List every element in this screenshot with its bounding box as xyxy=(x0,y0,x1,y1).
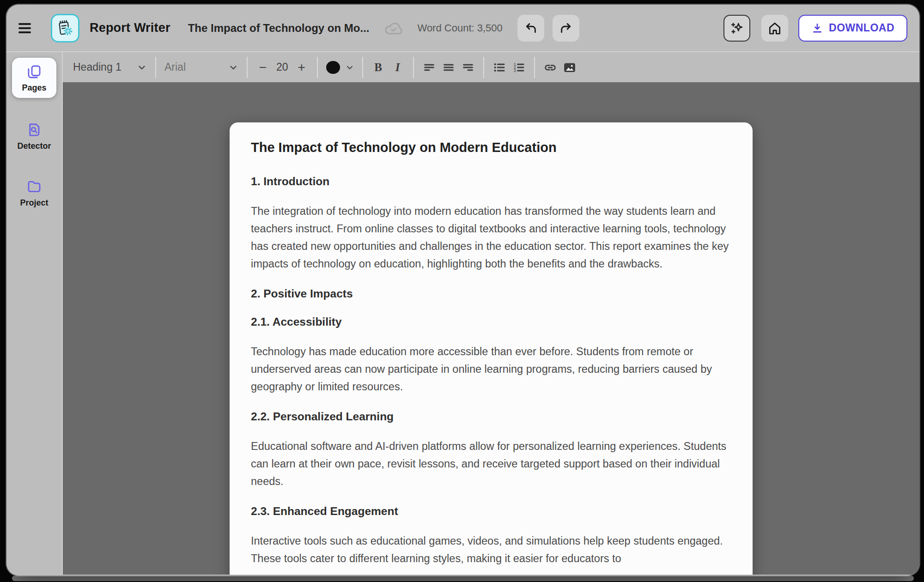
sidebar-item-pages[interactable]: Pages xyxy=(12,58,56,98)
chevron-down-icon xyxy=(345,63,354,72)
text-color-button[interactable] xyxy=(323,57,343,78)
sidebar-item-label: Pages xyxy=(22,83,46,93)
word-count: Word Count: 3,500 xyxy=(418,22,503,34)
download-label: DOWNLOAD xyxy=(829,22,894,34)
document-page[interactable]: The Impact of Technology on Modern Educa… xyxy=(230,122,753,575)
sidebar-item-label: Project xyxy=(20,198,48,208)
doc-paragraph[interactable]: Technology has made education more acces… xyxy=(251,343,731,395)
bullet-list-button[interactable] xyxy=(490,57,509,78)
doc-heading-2[interactable]: 2.2. Personalized Learning xyxy=(251,409,731,424)
sparkles-icon xyxy=(729,21,744,36)
content-row: Pages Detector Project xyxy=(6,52,919,575)
sidebar-item-project[interactable]: Project xyxy=(6,179,62,208)
italic-button[interactable]: I xyxy=(388,57,407,78)
redo-icon xyxy=(559,21,573,35)
app-logo-notepad-gear-icon xyxy=(55,18,75,38)
cloud-saved-icon xyxy=(383,18,404,38)
font-family-dropdown[interactable]: Arial xyxy=(162,61,241,73)
document-title-field[interactable]: The Impact of Technology on Mo... xyxy=(188,22,370,35)
toolbar-divider xyxy=(247,57,248,78)
font-size-value: 20 xyxy=(276,61,288,73)
align-center-icon xyxy=(442,61,455,74)
doc-heading-2[interactable]: 2.3. Enhanced Engagement xyxy=(251,504,731,518)
home-button[interactable] xyxy=(761,15,788,42)
align-right-button[interactable] xyxy=(458,57,478,78)
numbered-list-button[interactable]: 123 xyxy=(509,57,529,78)
app-logo[interactable] xyxy=(51,14,79,42)
text-color-swatch xyxy=(326,61,340,74)
align-left-button[interactable] xyxy=(419,57,439,78)
ai-assistant-button[interactable] xyxy=(723,15,750,42)
editor-canvas: The Impact of Technology on Modern Educa… xyxy=(63,82,919,575)
svg-text:3: 3 xyxy=(513,68,516,73)
project-icon xyxy=(26,179,42,194)
download-button[interactable]: DOWNLOAD xyxy=(798,15,907,42)
font-size-decrease-button[interactable]: − xyxy=(253,57,273,78)
font-family-value: Arial xyxy=(164,61,186,73)
sidebar-item-detector[interactable]: Detector xyxy=(6,122,62,151)
italic-icon: I xyxy=(395,61,400,74)
paragraph-style-dropdown[interactable]: Heading 1 xyxy=(70,61,150,73)
detector-icon xyxy=(26,122,42,138)
app-window: Report Writer The Impact of Technology o… xyxy=(6,5,919,576)
undo-icon xyxy=(524,21,538,35)
header-bar: Report Writer The Impact of Technology o… xyxy=(6,5,919,52)
image-icon xyxy=(563,61,577,74)
align-right-icon xyxy=(462,61,474,74)
toolbar-divider xyxy=(362,57,363,78)
home-icon xyxy=(767,21,782,36)
insert-image-button[interactable] xyxy=(560,57,579,78)
doc-paragraph[interactable]: Educational software and AI-driven platf… xyxy=(251,437,731,490)
plus-icon: + xyxy=(298,61,305,74)
numbered-list-icon: 123 xyxy=(512,61,526,74)
toolbar-divider xyxy=(155,57,156,78)
redo-button[interactable] xyxy=(553,15,579,42)
bold-icon: B xyxy=(374,61,382,74)
sidebar: Pages Detector Project xyxy=(6,52,63,575)
bullet-list-icon xyxy=(492,61,506,74)
toolbar-divider xyxy=(413,57,414,78)
menu-button[interactable] xyxy=(18,20,34,36)
insert-link-button[interactable] xyxy=(541,57,560,78)
doc-heading-2[interactable]: 2. Positive Impacts xyxy=(251,286,731,301)
align-center-button[interactable] xyxy=(439,57,458,78)
doc-heading-1[interactable]: The Impact of Technology on Modern Educa… xyxy=(251,139,731,156)
doc-heading-2[interactable]: 2.1. Accessibility xyxy=(251,315,731,329)
doc-heading-2[interactable]: 1. Introduction xyxy=(251,174,731,188)
toolbar-divider xyxy=(534,57,535,78)
background-window-edge xyxy=(12,576,914,581)
main-column: Heading 1 Arial − 20 + xyxy=(63,52,919,575)
undo-button[interactable] xyxy=(517,15,544,42)
text-color-dropdown[interactable] xyxy=(343,57,357,78)
paragraph-style-value: Heading 1 xyxy=(73,61,122,73)
toolbar-divider xyxy=(317,57,318,78)
font-size-increase-button[interactable]: + xyxy=(292,57,311,78)
format-toolbar: Heading 1 Arial − 20 + xyxy=(63,52,919,82)
chevron-down-icon xyxy=(228,62,238,73)
pages-icon xyxy=(26,64,42,79)
sidebar-item-label: Detector xyxy=(17,141,51,151)
menu-icon xyxy=(18,23,31,25)
bold-button[interactable]: B xyxy=(369,57,388,78)
doc-paragraph[interactable]: Interactive tools such as educational ga… xyxy=(251,532,731,567)
chevron-down-icon xyxy=(137,62,147,73)
align-left-icon xyxy=(423,61,436,74)
app-title: Report Writer xyxy=(90,21,170,35)
doc-paragraph[interactable]: The integration of technology into moder… xyxy=(251,202,731,273)
minus-icon: − xyxy=(259,61,267,74)
download-icon xyxy=(811,22,823,34)
toolbar-divider xyxy=(483,57,484,78)
link-icon xyxy=(543,61,557,74)
